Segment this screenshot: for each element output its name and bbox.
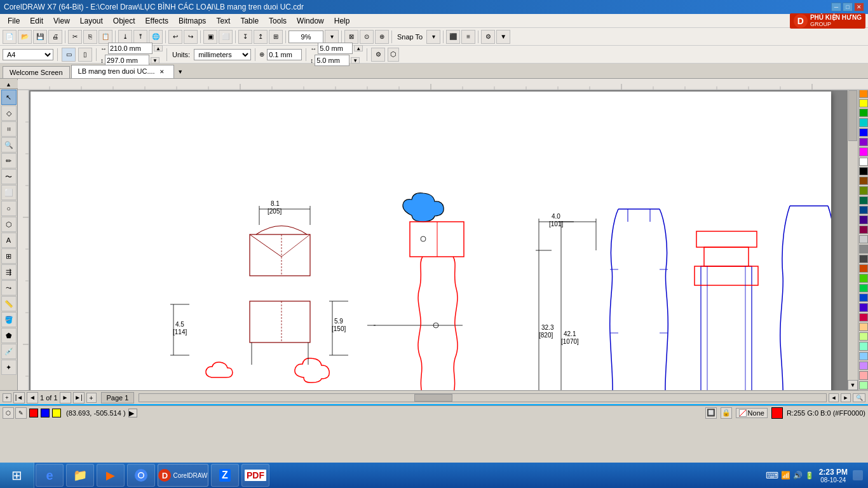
palette-yellow-green[interactable] (859, 332, 868, 341)
palette-aqua[interactable] (859, 342, 868, 350)
bleed-btn[interactable]: ⬡ (388, 48, 399, 62)
interact-tool[interactable]: ✦ (1, 360, 17, 375)
palette-mint[interactable] (859, 284, 868, 292)
print-btn[interactable]: 🖨 (48, 30, 62, 44)
export3-btn[interactable]: ⊞ (269, 30, 283, 44)
snap-v-input[interactable] (315, 55, 349, 66)
tab-close-btn[interactable]: ✕ (159, 69, 167, 76)
options2-btn[interactable]: ▼ (496, 30, 510, 44)
snap-status-btn[interactable]: 🔲 (705, 407, 717, 419)
menu-effects[interactable]: Effects (140, 15, 173, 27)
rect-tool[interactable]: ⬜ (1, 185, 17, 200)
page-size-select[interactable]: A4 A3 Letter (3, 49, 53, 60)
close-button[interactable]: ✕ (854, 3, 864, 11)
undo-btn[interactable]: ↩ (168, 30, 182, 44)
palette-olive[interactable] (859, 186, 868, 194)
export-btn[interactable]: ⤒ (133, 30, 147, 44)
taskbar-corel[interactable]: D CorelDRAW (158, 464, 208, 487)
palette-rust[interactable] (859, 264, 868, 273)
maximize-button[interactable]: □ (843, 3, 853, 11)
taskbar-ie[interactable]: e (36, 464, 64, 487)
text-tool[interactable]: A (1, 233, 17, 248)
menu-tools[interactable]: Tools (264, 15, 292, 27)
zoom-out-btn[interactable]: 🔍 (853, 393, 865, 402)
snap-v-spin[interactable]: ▼ (351, 57, 360, 64)
menu-file[interactable]: File (3, 15, 25, 27)
smartdraw-tool[interactable]: 〜 (1, 169, 17, 184)
view-mode-btn[interactable]: ▣ (203, 30, 217, 44)
units-select[interactable]: millimeters inches pixels (194, 49, 251, 60)
fill-color-box[interactable] (29, 409, 38, 417)
bottom-tool2[interactable]: ✎ (15, 407, 27, 419)
table-tool[interactable]: ⊞ (1, 248, 17, 264)
palette-purple[interactable] (859, 138, 868, 146)
palette-sky[interactable] (859, 352, 868, 360)
snap-h-input[interactable] (318, 43, 353, 54)
import-btn[interactable]: ⤓ (118, 30, 132, 44)
zoom-page-btn[interactable]: ⊙ (360, 30, 374, 44)
palette-blue[interactable] (859, 128, 868, 137)
page-options-btn[interactable]: ⚙ (371, 48, 385, 62)
palette-brown[interactable] (859, 177, 868, 185)
zoom-input[interactable]: 9% (288, 30, 323, 43)
palette-pink[interactable] (859, 371, 868, 379)
palette-maroon[interactable] (859, 226, 868, 234)
portrait-btn[interactable]: ▭ (62, 48, 76, 62)
bottom-tool1[interactable]: ⬡ (3, 407, 14, 419)
tab-overflow-btn[interactable]: ▼ (175, 65, 186, 78)
fill-tool[interactable]: 🪣 (1, 312, 17, 327)
open-btn[interactable]: 📂 (18, 30, 32, 44)
palette-teal[interactable] (859, 196, 868, 205)
parallel-tool[interactable]: ⇶ (1, 264, 17, 280)
zoom-tool[interactable]: 🔍 (1, 137, 17, 152)
nudge-input[interactable] (267, 49, 302, 60)
eyedrop-tool[interactable]: 💉 (1, 344, 17, 359)
zoom-dropdown-btn[interactable]: ▾ (325, 30, 339, 44)
shape-tool[interactable]: ◇ (1, 105, 17, 121)
palette-lavender[interactable] (859, 362, 868, 370)
redo-btn[interactable]: ↪ (184, 30, 198, 44)
align-btn[interactable]: ≡ (461, 30, 475, 44)
menu-window[interactable]: Window (292, 15, 329, 27)
taskbar-chrome[interactable] (127, 464, 155, 487)
page-prev-btn[interactable]: ◄ (27, 392, 38, 403)
palette-orange[interactable] (859, 89, 868, 97)
page-next-btn[interactable]: ► (60, 392, 71, 403)
select-tool[interactable]: ↖ (1, 90, 17, 105)
taskbar-media[interactable]: ▶ (97, 464, 125, 487)
outline-tool[interactable]: ⬟ (1, 328, 17, 343)
publish-btn[interactable]: 🌐 (149, 30, 163, 44)
palette-navy[interactable] (859, 206, 868, 214)
measure-tool[interactable]: 📏 (1, 296, 17, 311)
page-add-btn[interactable]: + (3, 393, 11, 402)
current-color-display[interactable] (771, 407, 783, 419)
import2-btn[interactable]: ↧ (238, 30, 252, 44)
menu-bitmaps[interactable]: Bitmaps (173, 15, 211, 27)
polygon-tool[interactable]: ⬡ (1, 217, 17, 232)
horizontal-scrollbar[interactable] (139, 393, 827, 402)
palette-crimson[interactable] (859, 313, 868, 322)
snap-h-spin[interactable]: ▲ (354, 45, 363, 51)
options-btn[interactable]: ⚙ (481, 30, 495, 44)
scroll-left-btn[interactable]: ◄ (829, 393, 839, 402)
taskbar-pdf[interactable]: PDF (241, 464, 269, 487)
paste-btn[interactable]: 📋 (98, 30, 112, 44)
width-input[interactable] (108, 43, 153, 54)
full-screen-btn[interactable]: ⬜ (219, 30, 233, 44)
start-button[interactable]: ⊞ (0, 463, 34, 488)
toolbox-scroll-up[interactable]: ▲ (0, 80, 18, 89)
snap-dropdown-btn[interactable]: ▾ (426, 30, 440, 44)
menu-edit[interactable]: Edit (25, 15, 48, 27)
export2-btn[interactable]: ↥ (254, 30, 268, 44)
connector-tool[interactable]: ⤳ (1, 280, 17, 295)
palette-cyan[interactable] (859, 118, 868, 126)
palette-peach[interactable] (859, 323, 868, 331)
scroll-thumb-h[interactable] (414, 394, 452, 402)
palette-black[interactable] (859, 167, 868, 175)
tab-welcome[interactable]: Welcome Screen (3, 66, 70, 78)
minimize-button[interactable]: ─ (831, 3, 841, 11)
scroll-thumb-v[interactable] (848, 90, 857, 141)
ellipse-tool[interactable]: ○ (1, 201, 17, 216)
display-mode-btn[interactable]: ⬛ (446, 30, 460, 44)
menu-help[interactable]: Help (329, 15, 355, 27)
